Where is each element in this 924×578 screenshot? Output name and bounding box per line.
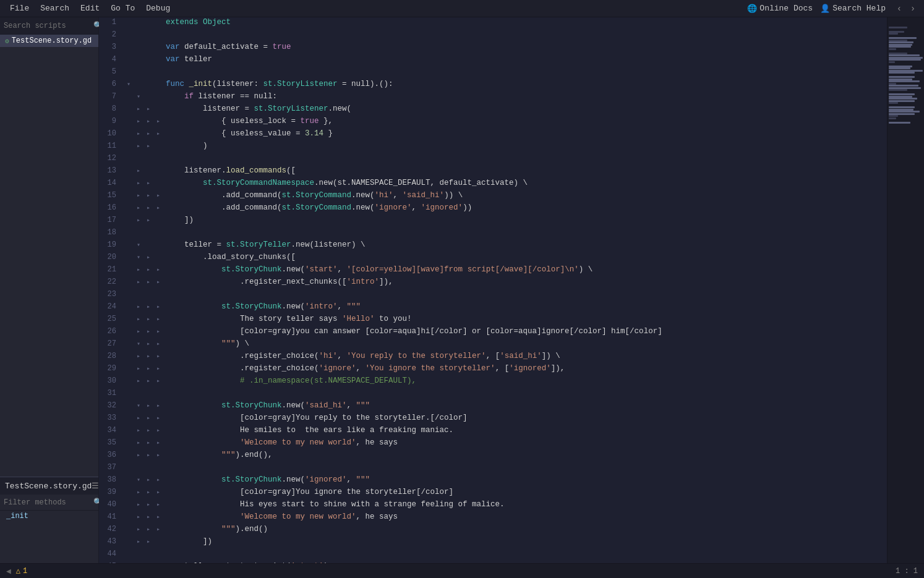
minimap-canvas [888, 17, 924, 129]
menu-debug[interactable]: Debug [141, 2, 175, 14]
table-row: 43▸▸ ]) [99, 537, 887, 549]
minimap-line [889, 106, 915, 108]
line-number: 22 [99, 277, 124, 289]
fold-indicator[interactable] [124, 17, 134, 30]
indent-3 [153, 42, 163, 54]
fold-indicator[interactable] [124, 499, 134, 512]
nav-forward-button[interactable]: › [907, 2, 919, 15]
fold-indicator[interactable] [124, 487, 134, 499]
fold-indicator[interactable] [124, 116, 134, 129]
fold-indicator[interactable]: ▾ [124, 79, 134, 91]
fold-indicator[interactable] [124, 141, 134, 153]
search-scripts-bar: 🔍 [0, 17, 98, 35]
code-content: 'Welcome to my new world', he says [163, 438, 887, 450]
fold-indicator[interactable] [124, 190, 134, 203]
fold-indicator[interactable] [124, 549, 134, 561]
indent-1: ▾ [134, 91, 143, 104]
line-number: 32 [99, 401, 124, 413]
fold-indicator[interactable] [124, 376, 134, 388]
indent-3 [153, 537, 163, 549]
fold-indicator[interactable] [124, 153, 134, 166]
fold-indicator[interactable] [124, 302, 134, 314]
fold-indicator[interactable] [124, 215, 134, 227]
minimap-line [889, 59, 921, 61]
fold-indicator[interactable] [124, 413, 134, 425]
indent-2: ▸ [143, 450, 153, 462]
fold-indicator[interactable] [124, 524, 134, 537]
fold-indicator[interactable] [124, 289, 134, 302]
online-docs-button[interactable]: 🌐 Online Docs [747, 4, 813, 14]
indent-2 [143, 462, 153, 475]
indent-3: ▸ [153, 425, 163, 438]
editor-container: 1extends Object23var default_activate = … [99, 17, 887, 563]
nav-back-button[interactable]: ‹ [893, 2, 905, 15]
filter-methods-input[interactable] [4, 498, 93, 507]
code-content: st.StoryChunk.new('ignored', """ [163, 475, 887, 487]
table-row: 9▸▸▸ { useless_lock = true }, [99, 116, 887, 129]
indent-2 [143, 549, 153, 561]
menu-file[interactable]: File [5, 2, 34, 14]
menu-bar: File Search Edit Go To Debug 🌐 Online Do… [0, 0, 924, 17]
indent-3 [153, 289, 163, 302]
fold-indicator[interactable] [124, 203, 134, 215]
fold-indicator[interactable] [124, 252, 134, 265]
fold-indicator[interactable] [124, 42, 134, 54]
fold-indicator[interactable] [124, 178, 134, 190]
table-row: 26▸▸▸ [color=gray]you can answer [color=… [99, 326, 887, 339]
script-item-label: TestScene.story.gd [12, 36, 92, 45]
left-sidebar: 🔍 ⚙ TestScene.story.gd TestScene.story.g… [0, 17, 99, 563]
indent-3 [153, 17, 163, 30]
code-editor[interactable]: 1extends Object23var default_activate = … [99, 17, 887, 563]
search-help-button[interactable]: 👤 Search Help [820, 4, 886, 14]
fold-indicator[interactable] [124, 388, 134, 401]
menu-search[interactable]: Search [35, 2, 74, 14]
fold-indicator[interactable] [124, 227, 134, 240]
fold-indicator[interactable] [124, 450, 134, 462]
scripts-section: ⚙ TestScene.story.gd [0, 35, 98, 477]
indent-3: ▸ [153, 203, 163, 215]
fold-indicator[interactable] [124, 438, 134, 450]
indent-2 [143, 166, 153, 178]
fold-indicator[interactable] [124, 67, 134, 79]
menu-goto[interactable]: Go To [106, 2, 140, 14]
fold-indicator[interactable] [124, 314, 134, 326]
fold-indicator[interactable] [124, 512, 134, 524]
fold-indicator[interactable] [124, 351, 134, 363]
menu-edit[interactable]: Edit [75, 2, 105, 14]
fold-indicator[interactable] [124, 339, 134, 351]
fold-indicator[interactable] [124, 30, 134, 42]
indent-1: ▸ [134, 537, 143, 549]
indent-2 [143, 388, 153, 401]
fold-indicator[interactable] [124, 277, 134, 289]
fold-indicator[interactable] [124, 91, 134, 104]
code-content: He smiles to the ears like a freaking ma… [163, 425, 887, 438]
indent-3 [153, 141, 163, 153]
fold-indicator[interactable] [124, 129, 134, 141]
method-item-init[interactable]: _init [0, 511, 98, 522]
script-item-testscene[interactable]: ⚙ TestScene.story.gd [0, 35, 98, 47]
fold-indicator[interactable] [124, 54, 134, 67]
fold-indicator[interactable] [124, 537, 134, 549]
fold-indicator[interactable] [124, 265, 134, 277]
fold-indicator[interactable] [124, 104, 134, 116]
fold-indicator[interactable] [124, 363, 134, 376]
fold-indicator[interactable] [124, 240, 134, 252]
indent-3: ▸ [153, 401, 163, 413]
fold-indicator[interactable] [124, 475, 134, 487]
indent-1: ▸ [134, 129, 143, 141]
line-number: 37 [99, 462, 124, 475]
minimap-line [889, 111, 920, 113]
fold-indicator[interactable] [124, 326, 134, 339]
code-content [163, 153, 887, 166]
fold-indicator[interactable] [124, 401, 134, 413]
fold-indicator[interactable] [124, 462, 134, 475]
code-content [163, 549, 887, 561]
indent-1: ▸ [134, 438, 143, 450]
code-content: """).end(), [163, 450, 887, 462]
search-scripts-input[interactable] [4, 22, 93, 30]
indent-2: ▸ [143, 339, 153, 351]
minimap-line [889, 33, 898, 35]
fold-indicator[interactable] [124, 166, 134, 178]
fold-indicator[interactable] [124, 425, 134, 438]
methods-menu-icon[interactable]: ☰ [92, 481, 99, 491]
